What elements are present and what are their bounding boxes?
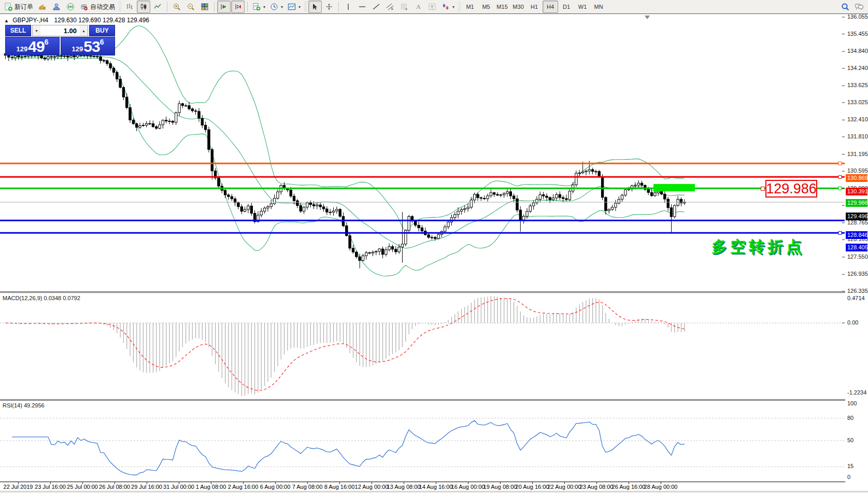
bear-candle [434, 237, 436, 238]
zoom-out-button[interactable] [184, 1, 197, 13]
timeframe-m5-button[interactable]: M5 [478, 1, 494, 13]
time-axis[interactable]: 22 Jul 201923 Jul 16:0025 Jul 00:0026 Ju… [0, 482, 845, 491]
time-axis-label: 26 Jul 08:00 [99, 484, 130, 490]
buy-button[interactable]: BUY [89, 25, 115, 36]
market-watch-button[interactable] [36, 1, 49, 13]
bear-candle [415, 221, 417, 225]
chat-button[interactable] [852, 1, 866, 13]
line-chart-button[interactable] [151, 1, 164, 13]
tile-windows-button[interactable] [198, 1, 211, 13]
bear-candle [106, 61, 108, 64]
auto-scroll-button[interactable] [217, 1, 231, 13]
indicators-button[interactable]: ▾ [250, 1, 267, 13]
collapse-panel-icon[interactable]: ▲ [4, 18, 9, 23]
bear-candle [204, 125, 206, 130]
bull-candle [490, 193, 492, 196]
price-tick-label: 133.625 [847, 82, 868, 88]
sell-price-button[interactable]: 129 49 6 [5, 37, 60, 55]
navigator-button[interactable] [50, 1, 63, 13]
line-anchor-square[interactable] [838, 175, 842, 178]
new-order-button[interactable]: 新订单 [2, 1, 35, 13]
line-chart-icon [153, 3, 162, 11]
vertical-line-button[interactable] [341, 1, 355, 13]
bear-candle [116, 73, 118, 79]
chart-shift-marker-icon[interactable] [645, 16, 650, 19]
bear-candle [149, 123, 151, 124]
search-button[interactable] [838, 1, 852, 13]
time-axis-label: 22 Aug 00:00 [548, 484, 581, 490]
bear-candle [312, 205, 315, 206]
bear-candle [119, 79, 121, 88]
time-axis-label: 22 Jul 2019 [4, 484, 33, 490]
equidistant-channel-button[interactable]: E [383, 1, 397, 13]
macd-canvas[interactable] [0, 293, 845, 399]
highlight-rectangle[interactable] [653, 184, 695, 191]
bull-candle [568, 191, 571, 200]
toolbar: 新订单 自动交易 ▾ ▾ [0, 0, 868, 14]
price-line-badge: 129.986 [846, 199, 867, 207]
trend-line-button[interactable] [369, 1, 383, 13]
time-axis-label: 13 Aug 08:00 [387, 484, 421, 490]
arrows-button[interactable]: ▾ [439, 1, 457, 13]
bear-candle [129, 108, 131, 120]
timeframe-w1-button[interactable]: W1 [575, 1, 590, 13]
templates-button[interactable]: ▾ [286, 1, 303, 13]
timeframe-m30-button[interactable]: M30 [510, 1, 526, 13]
timeframe-mn-button[interactable]: MN [591, 1, 606, 13]
bear-candle [680, 199, 682, 203]
bear-candle [660, 191, 662, 194]
text-label-button[interactable]: T [425, 1, 439, 13]
text-button[interactable]: A [411, 1, 425, 13]
bear-candle [513, 196, 515, 199]
timeframe-d1-button[interactable]: D1 [559, 1, 574, 13]
line-anchor-square[interactable] [838, 187, 842, 190]
price-annotation-box[interactable]: 129.986 [765, 180, 817, 198]
candle-chart-button[interactable] [137, 1, 150, 13]
timeframe-h4-button[interactable]: H4 [543, 1, 558, 13]
bar-chart-button[interactable] [123, 1, 136, 13]
cursor-button[interactable] [308, 1, 322, 13]
bear-candle [165, 120, 167, 121]
bull-candle [503, 193, 505, 195]
svg-text:E: E [391, 7, 393, 10]
sell-button[interactable]: SELL [5, 25, 31, 36]
line-anchor-square[interactable] [838, 162, 842, 165]
timeframe-m1-button[interactable]: M1 [462, 1, 478, 13]
bear-candle [431, 237, 433, 238]
buy-price-prefix: 129 [72, 44, 83, 54]
bull-candle [63, 56, 65, 57]
bear-candle [231, 196, 233, 199]
zoom-in-button[interactable] [170, 1, 183, 13]
timeframe-m15-button[interactable]: M15 [494, 1, 510, 13]
crosshair-button[interactable] [322, 1, 336, 13]
bull-candle [615, 203, 617, 207]
price-tick-label: 130.595 [847, 167, 868, 174]
volume-down-button[interactable]: ▼ [33, 25, 40, 36]
bull-candle [454, 215, 456, 218]
timeframe-h1-button[interactable]: H1 [527, 1, 542, 13]
window-bottom-strip [0, 491, 868, 493]
bull-candle [24, 57, 26, 57]
periods-button[interactable]: ▾ [268, 1, 285, 13]
signals-button[interactable] [64, 1, 77, 13]
annotation-anchor-square[interactable] [761, 187, 765, 191]
bear-candle [109, 64, 111, 68]
volume-input[interactable]: 1.00 [40, 25, 80, 36]
pivot-note-text[interactable]: 多空转折点 [712, 236, 805, 258]
macd-axis-min: -1.2234 [847, 389, 866, 396]
bear-candle [290, 190, 292, 196]
rsi-panel[interactable]: RSI(14) 49.2956 [0, 401, 846, 482]
rsi-canvas[interactable] [0, 401, 845, 482]
buy-price-button[interactable]: 129 53 6 [61, 37, 115, 55]
bar-chart-icon [125, 3, 134, 11]
volume-up-button[interactable]: ▲ [80, 25, 88, 36]
price-axis[interactable]: 136.055135.455134.840134.240133.625133.0… [845, 15, 868, 491]
macd-axis-zero: 0.00 [847, 319, 858, 326]
fibonacci-button[interactable]: F [397, 1, 411, 13]
auto-trading-button[interactable]: 自动交易 [78, 1, 117, 13]
chart-shift-button[interactable] [231, 1, 245, 13]
horizontal-line-button[interactable] [355, 1, 369, 13]
macd-panel[interactable]: MACD(12,26,9) 0.0348 0.0792 [0, 293, 846, 399]
line-anchor-square[interactable] [838, 231, 842, 234]
chart-ohlc-title: ▲ GBPJPY-,H4 129.630 129.690 129.428 129… [4, 17, 149, 24]
